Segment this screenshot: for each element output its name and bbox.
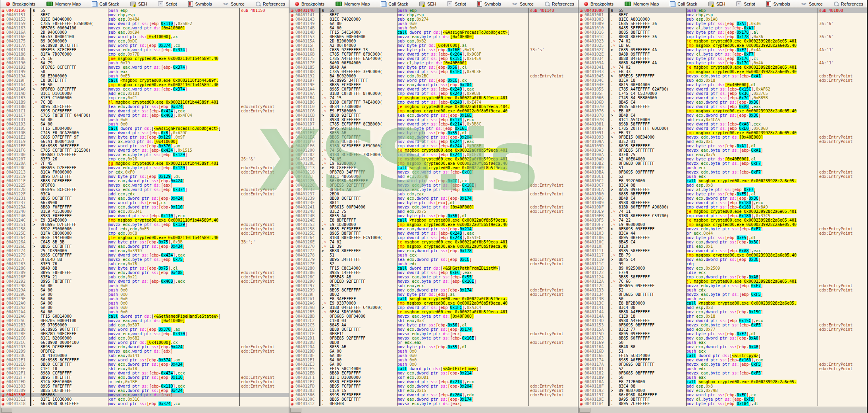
breakpoint-dot-icon[interactable] — [579, 284, 584, 288]
disasm-row[interactable]: 00401133.52push edxedx:EntryPoint — [579, 288, 867, 292]
disasm-row[interactable]: 00401189.50push eax — [579, 375, 867, 380]
disasm-row[interactable]: 00401119>8B45 C4mov eax,dword ptr ss:[eb… — [579, 257, 867, 262]
breakpoint-dot-icon[interactable] — [289, 327, 295, 332]
disasm-row[interactable]: 0040120E.˅E9 62380000jmp msgbox_crypted0… — [289, 161, 578, 166]
disasm-row[interactable]: 004011F0.8985 BCFDFFFFmov dword ptr ss:[… — [289, 139, 578, 144]
disasm-row[interactable]: 004011B6.81BD C0FDFFFF 74E4000(cmp dword… — [289, 100, 578, 104]
disasm-row[interactable]: 00401309.8B85 DCFBFFFFmov eax,dword ptr … — [0, 388, 289, 393]
breakpoint-dot-icon[interactable] — [579, 8, 584, 13]
breakpoint-dot-icon[interactable] — [289, 253, 295, 257]
disasm-row[interactable]: 00401106.8895 0BFFFFFFmov byte ptr ss:[e… — [579, 235, 867, 240]
disasm-row[interactable]: 00401251>0FB695 D7FEFFFFmovzx edx,byte p… — [0, 222, 289, 227]
disasm-row[interactable]: 004011A4.˅EB 50jmp msgbox_crypted00.exe_… — [0, 83, 289, 87]
disasm-row[interactable]: 00401303.8995 F0FEFFFFmov dword ptr ss:[… — [0, 384, 289, 388]
breakpoint-dot-icon[interactable] — [579, 327, 584, 332]
breakpoint-dot-icon[interactable] — [579, 345, 584, 349]
tab-source[interactable]: <>Source — [796, 0, 828, 8]
disasm-row[interactable]: 004010D0.8885 0BFFFFFFmov byte ptr ss:[e… — [579, 192, 867, 196]
disasm-row[interactable]: 00401103.83CA 44or edx,0x44edx:EntryPoin… — [579, 231, 867, 235]
breakpoint-dot-icon[interactable] — [0, 30, 6, 35]
disasm-row[interactable]: 004010C1.52push edxedx:EntryPoint — [579, 174, 867, 179]
breakpoint-dot-icon[interactable] — [289, 118, 295, 122]
breakpoint-dot-icon[interactable] — [579, 104, 584, 109]
disasm-row[interactable]: 004012A6.˅E9 93370000jmp msgbox_crypted0… — [289, 301, 578, 305]
breakpoint-dot-icon[interactable] — [579, 367, 584, 371]
disasm-row[interactable]: 0040116F.66:A3 00004100mov word ptr ds:[… — [0, 35, 289, 39]
tab-references[interactable]: References — [250, 0, 289, 8]
disasm-row[interactable]: 00401192.0FB785 8CFCFFFFmovzx eax,word p… — [0, 65, 289, 69]
breakpoint-dot-icon[interactable] — [0, 166, 6, 170]
breakpoint-dot-icon[interactable] — [289, 336, 295, 340]
breakpoint-dot-icon[interactable] — [579, 122, 584, 126]
disasm-row[interactable]: 004011C6.˅E9 F7380000jmp msgbox_crypted0… — [289, 109, 578, 113]
disasm-row[interactable]: 0040123F.8811mov byte ptr ds:[ecx],dl — [289, 201, 578, 205]
breakpoint-dot-icon[interactable] — [579, 139, 584, 144]
breakpoint-dot-icon[interactable] — [0, 118, 6, 122]
breakpoint-dot-icon[interactable] — [579, 305, 584, 310]
disasm-row[interactable]: 004012E5.FF15 58C14000call dword ptr ds:… — [289, 367, 578, 371]
breakpoint-dot-icon[interactable] — [0, 152, 6, 157]
breakpoint-dot-icon[interactable] — [0, 17, 6, 21]
disasm-row[interactable]: 0040125E.8985 B8FDFFFFmov dword ptr ss:[… — [289, 231, 578, 235]
breakpoint-dot-icon[interactable] — [579, 152, 584, 157]
disasm-row[interactable]: 00401174.8985 A0FEFFFFmov dword ptr ss:[… — [579, 358, 867, 362]
breakpoint-dot-icon[interactable] — [579, 222, 584, 227]
disasm-row[interactable]: 0040115D.8895 09FFFFFFmov byte ptr ss:[e… — [579, 332, 867, 336]
breakpoint-dot-icon[interactable] — [579, 362, 584, 367]
disasm-row[interactable]: 00401025.˅EB 6Cjmp msgbox_crypted00.exe_… — [579, 43, 867, 48]
tab-symbols[interactable]: Symbols — [761, 0, 796, 8]
breakpoint-dot-icon[interactable] — [579, 397, 584, 401]
breakpoint-dot-icon[interactable] — [289, 52, 295, 56]
disasm-row[interactable]: 004010D9.898D 80FEFFFFmov dword ptr ss:[… — [579, 201, 867, 205]
disasm-row[interactable]: 00401213.81CA F0000000or edx,0xF0edx:Ent… — [0, 170, 289, 174]
disasm-row[interactable]: 00401043.˅EB 33jmp msgbox_crypted00.exe_… — [579, 69, 867, 74]
tab-memory-map[interactable]: Memory Map — [619, 0, 664, 8]
breakpoint-dot-icon[interactable] — [0, 161, 6, 166]
horizontal-scrollbar[interactable] — [0, 407, 289, 413]
breakpoint-dot-icon[interactable] — [0, 139, 6, 144]
disasm-row[interactable]: 00401169.50push eax — [579, 340, 867, 345]
disasm-row[interactable]: 004010F7.˅E9 96000000jmp msgbox_crypted0… — [579, 222, 867, 227]
breakpoint-dot-icon[interactable] — [289, 17, 295, 21]
breakpoint-dot-icon[interactable] — [579, 388, 584, 393]
disasm-row[interactable]: 00401240.81E9 41530000sub ecx,0x5341 — [0, 209, 289, 214]
breakpoint-dot-icon[interactable] — [579, 39, 584, 43]
breakpoint-dot-icon[interactable] — [579, 26, 584, 30]
disasm-row[interactable]: 00401009.C685 5FFFFFFF 36mov byte ptr ss… — [579, 21, 867, 26]
breakpoint-dot-icon[interactable] — [0, 201, 6, 205]
breakpoint-dot-icon[interactable] — [579, 13, 584, 17]
disasm-row[interactable]: 00401299.8B95 8CFEFFFFmov edx,dword ptr … — [289, 288, 578, 292]
breakpoint-dot-icon[interactable] — [289, 284, 295, 288]
disasm-row[interactable]: 00401164.C685 92FEFFFF 73mov byte ptr ss… — [289, 48, 578, 52]
disasm-row[interactable]: 0040114D.FF15 54C14000call dword ptr ds:… — [289, 30, 578, 35]
breakpoint-dot-icon[interactable] — [289, 187, 295, 192]
tab-breakpoints[interactable]: Breakpoints — [289, 0, 330, 8]
tab-memory-map[interactable]: Memory Map — [41, 0, 86, 8]
disasm-row[interactable]: 004012A6.FF15 60D14000call dword ptr ds:… — [0, 314, 289, 318]
disasm-row[interactable]: 004011BB.8D95 8CFCFFFFlea edx,dword ptr … — [0, 104, 289, 109]
breakpoint-dot-icon[interactable] — [0, 157, 6, 161]
breakpoint-dot-icon[interactable] — [0, 56, 6, 61]
disasm-row[interactable]: 00401246.898D F0FEFFFFmov dword ptr ss:[… — [0, 214, 289, 218]
breakpoint-dot-icon[interactable] — [289, 205, 295, 209]
disasm-row[interactable]: 0040106D.8B45 C4mov eax,dword ptr ss:[eb… — [579, 100, 867, 104]
disasm-row[interactable]: 00401197.66:8995 34FFFFFFmov word ptr ss… — [289, 78, 578, 83]
disasm-row[interactable]: 00401233.0FBE45 ABmovsx eax,byte ptr ss:… — [289, 187, 578, 192]
disasm-row[interactable]: 00401283.83E9 76sub ecx,0x76 — [0, 262, 289, 266]
disasm-row[interactable]: 00401303.C1EA 15shr edx,0x15edx:EntryPoi… — [289, 388, 578, 393]
disasm-row[interactable]: 0040117F.8A0D 00F04000mov cl,byte ptr ds… — [289, 61, 578, 65]
disasm-row[interactable]: 00401151.8BECmov ebp,esp — [0, 13, 289, 17]
breakpoint-dot-icon[interactable] — [579, 231, 584, 235]
disasm-row[interactable]: 00401289.8B95 F8FBFFFFmov edx,dword ptr … — [0, 270, 289, 275]
disasm-row[interactable]: 00401290.0FBE8D 92FEFFFFmovsx ecx,byte p… — [289, 279, 578, 284]
breakpoint-dot-icon[interactable] — [579, 35, 584, 39]
breakpoint-dot-icon[interactable] — [289, 26, 295, 30]
breakpoint-dot-icon[interactable] — [579, 69, 584, 74]
breakpoint-dot-icon[interactable] — [289, 8, 295, 13]
breakpoint-dot-icon[interactable] — [289, 152, 295, 157]
disasm-row[interactable]: 004012DA.8855 ABmov byte ptr ss:[ebp-0x5… — [289, 345, 578, 349]
disasm-row[interactable]: 00401218.0FB78D 34FFFFFFmovzx ecx,word p… — [289, 170, 578, 174]
breakpoint-dot-icon[interactable] — [289, 384, 295, 388]
disasm-row[interactable]: 00401188.C785 04FEFFFF 3F9C000(mov dword… — [289, 69, 578, 74]
breakpoint-dot-icon[interactable] — [0, 349, 6, 353]
